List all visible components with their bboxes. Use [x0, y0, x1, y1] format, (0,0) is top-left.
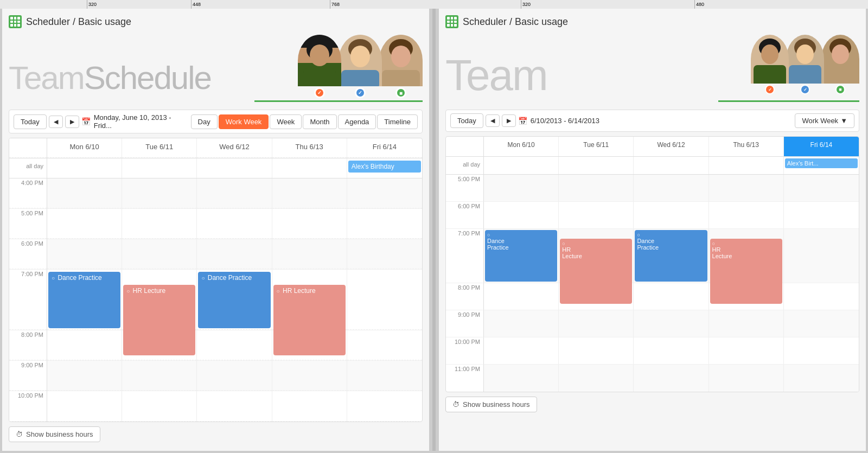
- cell-10pm-thu[interactable]: [272, 391, 347, 422]
- r-cell-7pm-tue[interactable]: ○ HR Lecture: [559, 229, 634, 283]
- cell-4pm-thu[interactable]: [272, 178, 347, 209]
- app-icon-right: [445, 15, 458, 28]
- cell-5pm-wed[interactable]: [197, 209, 272, 239]
- cell-7pm-wed[interactable]: ○ Dance Practice: [197, 270, 272, 330]
- r-cell-7pm-fri[interactable]: [784, 229, 859, 283]
- r-cell-11pm-mon[interactable]: [484, 365, 559, 392]
- r-cell-8pm-fri[interactable]: [784, 283, 859, 310]
- r-cell-5pm-tue[interactable]: [559, 175, 634, 202]
- cell-10pm-wed[interactable]: [197, 391, 272, 422]
- r-cell-9pm-wed[interactable]: [634, 310, 709, 337]
- r-cell-10pm-mon[interactable]: [484, 337, 559, 365]
- r-event-hr-tue[interactable]: ○ HR Lecture: [560, 239, 632, 304]
- cell-7pm-tue[interactable]: ○ HR Lecture: [122, 270, 197, 330]
- cell-7pm-fri[interactable]: [347, 270, 422, 330]
- prev-btn-right[interactable]: ◀: [486, 114, 500, 127]
- cell-10pm-mon[interactable]: [47, 391, 122, 422]
- cell-10pm-tue[interactable]: [122, 391, 197, 422]
- cell-6pm-fri[interactable]: [347, 239, 422, 270]
- prev-button-left[interactable]: ◀: [49, 116, 63, 128]
- date-range-left: 📅 Monday, June 10, 2013 - Frid...: [81, 113, 189, 130]
- cell-9pm-tue[interactable]: [122, 361, 197, 391]
- event-dance-practice-mon[interactable]: ○ Dance Practice: [48, 272, 120, 328]
- r-cell-10pm-thu[interactable]: [709, 337, 784, 365]
- agenda-btn-left[interactable]: Agenda: [338, 114, 376, 129]
- cell-8pm-wed[interactable]: [197, 330, 272, 361]
- work-week-btn-left[interactable]: Work Week: [219, 114, 269, 129]
- r-cell-6pm-mon[interactable]: [484, 202, 559, 229]
- r-cell-11pm-wed[interactable]: [634, 365, 709, 392]
- r-event-dance-mon[interactable]: ○ Dance Practice: [485, 230, 557, 282]
- cell-9pm-thu[interactable]: [272, 361, 347, 391]
- avatar-dot-2: ✓: [355, 87, 366, 98]
- next-button-left[interactable]: ▶: [65, 116, 79, 128]
- r-cell-8pm-mon[interactable]: [484, 283, 559, 310]
- today-btn-right[interactable]: Today: [450, 113, 483, 128]
- cell-4pm-mon[interactable]: [47, 178, 122, 209]
- event-dance-practice-wed[interactable]: ○ Dance Practice: [198, 272, 270, 328]
- cell-6pm-tue[interactable]: [122, 239, 197, 270]
- month-btn-left[interactable]: Month: [303, 114, 336, 129]
- show-business-hours-btn-left[interactable]: ⏱ Show business hours: [9, 426, 100, 442]
- cell-4pm-fri[interactable]: [347, 178, 422, 209]
- r-event-dance-wed[interactable]: ○ Dance Practice: [635, 230, 707, 282]
- r-cell-9pm-mon[interactable]: [484, 310, 559, 337]
- cell-5pm-tue[interactable]: [122, 209, 197, 239]
- r-cell-10pm-tue[interactable]: [559, 337, 634, 365]
- cell-9pm-fri[interactable]: [347, 361, 422, 391]
- time-5pm: 5:00 PM: [9, 209, 47, 239]
- row-4pm: 4:00 PM: [9, 178, 422, 209]
- cell-8pm-fri[interactable]: [347, 330, 422, 361]
- r-cell-7pm-wed[interactable]: ○ Dance Practice: [634, 229, 709, 283]
- cell-6pm-wed[interactable]: [197, 239, 272, 270]
- r-cell-11pm-tue[interactable]: [559, 365, 634, 392]
- timeline-btn-left[interactable]: Timeline: [377, 114, 418, 129]
- cell-4pm-tue[interactable]: [122, 178, 197, 209]
- today-button-left[interactable]: Today: [14, 114, 47, 129]
- cell-5pm-thu[interactable]: [272, 209, 347, 239]
- r-cell-7pm-thu[interactable]: ○ HR Lecture: [709, 229, 784, 283]
- event-hr-lecture-tue[interactable]: ○ HR Lecture: [123, 285, 195, 355]
- birthday-event-left[interactable]: Alex's Birthday: [348, 161, 421, 173]
- r-cell-5pm-mon[interactable]: [484, 175, 559, 202]
- cell-9pm-mon[interactable]: [47, 361, 122, 391]
- cell-5pm-mon[interactable]: [47, 209, 122, 239]
- r-cell-6pm-thu[interactable]: [709, 202, 784, 229]
- r-cell-11pm-thu[interactable]: [709, 365, 784, 392]
- show-business-hours-btn-right[interactable]: ⏱ Show business hours: [445, 397, 537, 412]
- cell-7pm-thu[interactable]: ○ HR Lecture: [272, 270, 347, 330]
- cell-9pm-wed[interactable]: [197, 361, 272, 391]
- r-event-hr-thu[interactable]: ○ HR Lecture: [710, 239, 782, 304]
- r-cell-5pm-fri[interactable]: [784, 175, 859, 202]
- cell-8pm-mon[interactable]: [47, 330, 122, 361]
- r-cell-9pm-fri[interactable]: [784, 310, 859, 337]
- week-btn-left[interactable]: Week: [270, 114, 302, 129]
- r-cell-5pm-wed[interactable]: [634, 175, 709, 202]
- birthday-event-right[interactable]: Alex's Birt...: [785, 158, 858, 168]
- r-cell-9pm-tue[interactable]: [559, 310, 634, 337]
- r-cell-6pm-fri[interactable]: [784, 202, 859, 229]
- timeline-bar-right: [718, 100, 859, 102]
- r-cell-10pm-fri[interactable]: [784, 337, 859, 365]
- r-cell-9pm-thu[interactable]: [709, 310, 784, 337]
- r-cell-6pm-tue[interactable]: [559, 202, 634, 229]
- app-title-right: Scheduler / Basic usage: [463, 16, 568, 28]
- r-cell-5pm-thu[interactable]: [709, 175, 784, 202]
- r-cell-11pm-fri[interactable]: [784, 365, 859, 392]
- event-hr-lecture-thu[interactable]: ○ HR Lecture: [273, 285, 346, 355]
- cell-6pm-mon[interactable]: [47, 239, 122, 270]
- r-header-wed: Wed 6/12: [634, 137, 709, 156]
- clock-icon-left: ⏱: [16, 430, 23, 438]
- cell-5pm-fri[interactable]: [347, 209, 422, 239]
- r-cell-10pm-wed[interactable]: [634, 337, 709, 365]
- cell-10pm-fri[interactable]: [347, 391, 422, 422]
- cell-4pm-wed[interactable]: [197, 178, 272, 209]
- r-cell-8pm-wed[interactable]: [634, 283, 709, 310]
- view-dropdown-right[interactable]: Work Week ▼: [795, 113, 854, 128]
- cell-6pm-thu[interactable]: [272, 239, 347, 270]
- r-cell-7pm-mon[interactable]: ○ Dance Practice: [484, 229, 559, 283]
- next-btn-right[interactable]: ▶: [502, 114, 516, 127]
- r-cell-6pm-wed[interactable]: [634, 202, 709, 229]
- cell-7pm-mon[interactable]: ○ Dance Practice: [47, 270, 122, 330]
- day-btn-left[interactable]: Day: [191, 114, 218, 129]
